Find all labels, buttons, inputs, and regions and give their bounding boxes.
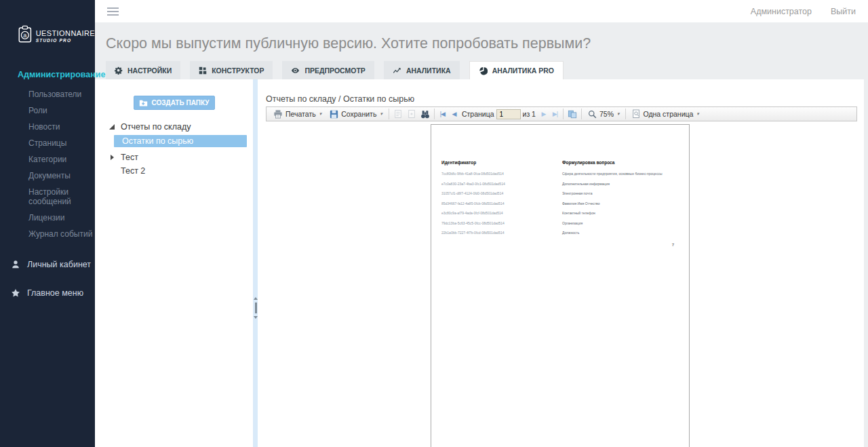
analytics-pro-panel: СОЗДАТЬ ПАПКУ Отчеты по складу Остатки п… — [95, 79, 864, 447]
first-page-button[interactable]: |◀ — [437, 111, 448, 117]
folder-tree: Отчеты по складу Остатки по сырью Тест Т… — [95, 120, 253, 178]
tab-label: АНАЛИТИКА PRO — [492, 66, 554, 75]
tab-preview[interactable]: ПРЕДПРОСМОТР — [282, 61, 374, 79]
cell-question: Сфера деятельности предприятия, основные… — [562, 172, 663, 182]
row-count: 7 — [441, 243, 679, 247]
single-page-icon — [632, 109, 640, 119]
brand-name: UESTIONNAIRE — [36, 29, 95, 37]
sidebar-item-personal-cabinet[interactable]: Личный кабинет — [0, 254, 95, 275]
blocks-icon — [199, 66, 207, 75]
sidebar-section-label: Администрирование — [18, 70, 105, 79]
create-folder-button[interactable]: СОЗДАТЬ ПАПКУ — [134, 96, 215, 110]
column-header-question: Формулировка вопроса — [562, 160, 614, 165]
sidebar-subitem[interactable]: Настройки сообщений — [0, 184, 95, 210]
breadcrumb: Отчеты по складу / Остатки по сырью — [266, 94, 857, 104]
current-user-label[interactable]: Администратор — [751, 7, 812, 16]
floppy-save-icon — [330, 110, 338, 119]
tree-collapsed-icon[interactable] — [108, 155, 115, 160]
splitter-collapse-up-icon[interactable] — [254, 295, 258, 300]
table-row: e7c0a830-23a7-4ba3-0fc1-08d501dad514 Доп… — [441, 182, 679, 192]
tab-settings[interactable]: НАСТРОЙКИ — [106, 61, 180, 79]
magnifier-icon — [588, 110, 597, 119]
tree-node-label: Отчеты по складу — [121, 122, 191, 132]
folder-tree-panel: СОЗДАТЬ ПАПКУ Отчеты по складу Остатки п… — [95, 79, 253, 447]
sidebar-subitem[interactable]: Роли — [0, 102, 95, 119]
find-binoculars-icon[interactable] — [418, 108, 432, 120]
sidebar-item-main-menu[interactable]: Главное меню — [0, 283, 95, 303]
report-table: Идентификатор Формулировка вопроса 7cc80… — [431, 125, 689, 247]
sidebar-subitem[interactable]: Документы — [0, 168, 95, 184]
cell-identifier: 79dc13ba-5c63-45c5-0fcc-08d501dad514 — [441, 221, 562, 231]
cell-identifier: 7cc80b8c-9fbb-41a8-0fca-08d501dad514 — [441, 172, 562, 182]
app-logo: a UESTIONNAIRE STUDIO PRO — [0, 0, 95, 44]
layout-value: Одна страница — [643, 110, 693, 118]
last-page-button[interactable]: ▶| — [549, 111, 561, 117]
table-row: 22b1a0bb-7227-4f7b-0fcd-08d501dad514 Дол… — [441, 231, 679, 241]
print-button[interactable]: Печатать ▾ — [269, 108, 326, 121]
sidebar-item-administration[interactable]: Администрирование — [0, 64, 95, 85]
tree-node-warehouse-reports[interactable]: Отчеты по складу — [95, 120, 253, 134]
announcement-title: Скоро мы выпустим публичную версию. Хоти… — [95, 22, 868, 61]
report-table-body: 7cc80b8c-9fbb-41a8-0fca-08d501dad514 Сфе… — [441, 172, 679, 241]
tab-label: АНАЛИТИКА — [406, 66, 451, 75]
gear-icon — [115, 66, 123, 75]
report-canvas: Идентификатор Формулировка вопроса 7cc80… — [266, 121, 857, 447]
save-button[interactable]: Сохранить ▾ — [326, 108, 387, 121]
svg-text:a: a — [23, 32, 27, 39]
cell-identifier: 85d34667-fa12-4a85-0fcb-08d501dad514 — [441, 201, 562, 212]
zoom-control[interactable]: 75% ▾ — [584, 108, 624, 121]
personal-cabinet-label: Личный кабинет — [27, 260, 91, 269]
tab-analytics-pro[interactable]: АНАЛИТИКА PRO — [469, 61, 564, 79]
next-page-button[interactable]: ▶ — [538, 111, 549, 117]
tab-label: ПРЕДПРОСМОТР — [304, 66, 365, 75]
tab-label: КОНСТРУКТОР — [212, 66, 264, 75]
sidebar-nav: Администрирование Пользователи Роли Ново… — [0, 64, 95, 303]
sidebar-subitem[interactable]: Журнал событий — [0, 226, 95, 242]
save-label: Сохранить — [341, 110, 376, 118]
tree-expanded-icon[interactable] — [108, 124, 115, 130]
page-layout-control[interactable]: Одна страница ▾ — [628, 108, 703, 121]
topbar: Администратор Выйти — [95, 0, 868, 22]
tree-node-raw-materials-selected[interactable]: Остатки по сырью — [114, 135, 247, 147]
tree-node-test[interactable]: Тест — [95, 151, 253, 164]
splitter-handle[interactable] — [254, 295, 258, 321]
clipboard-logo-icon: a — [18, 24, 33, 44]
splitter-collapse-down-icon[interactable] — [254, 316, 258, 321]
create-folder-label: СОЗДАТЬ ПАПКУ — [152, 99, 210, 106]
eye-icon — [291, 66, 300, 75]
tab-label: НАСТРОЙКИ — [127, 66, 172, 75]
tree-node-test-2[interactable]: Тест 2 — [95, 164, 253, 178]
report-page: Идентификатор Формулировка вопроса 7cc80… — [431, 124, 690, 447]
tab-analytics[interactable]: АНАЛИТИКА — [384, 61, 460, 79]
cell-question: Контактный телефон — [562, 211, 595, 221]
hamburger-menu-icon[interactable] — [107, 7, 119, 16]
cell-question: Должность — [562, 231, 579, 241]
sidebar-subitem[interactable]: Лицензии — [0, 210, 95, 226]
dropdown-caret-icon: ▾ — [617, 111, 620, 117]
thumbnails-toggle-icon[interactable] — [566, 108, 579, 120]
sidebar-subitem[interactable]: Страницы — [0, 135, 95, 151]
print-label: Печатать — [285, 110, 316, 118]
previous-page-button[interactable]: ◀ — [448, 111, 460, 117]
report-table-header: Идентификатор Формулировка вопроса — [441, 160, 679, 165]
panel-splitter[interactable] — [253, 79, 258, 447]
tab-constructor[interactable]: КОНСТРУКТОР — [190, 61, 273, 79]
zoom-value: 75% — [599, 110, 614, 118]
column-header-identifier: Идентификатор — [441, 160, 562, 165]
page-number-input[interactable] — [496, 109, 521, 119]
sidebar-subitem[interactable]: Категории — [0, 151, 95, 168]
sidebar: a UESTIONNAIRE STUDIO PRO Администрирова… — [0, 0, 95, 447]
splitter-grip[interactable] — [255, 303, 257, 313]
tree-node-label: Тест — [121, 153, 138, 162]
cell-question: Дополнительная информация — [562, 182, 610, 192]
table-row: 85d34667-fa12-4a85-0fcb-08d501dad514 Фам… — [441, 201, 679, 212]
report-viewer: Отчеты по складу / Остатки по сырью Печа… — [258, 79, 864, 447]
cell-question: Электронная почта — [562, 191, 593, 201]
logout-link[interactable]: Выйти — [831, 7, 856, 16]
star-icon — [11, 288, 20, 298]
person-icon — [11, 260, 20, 269]
sidebar-subitem[interactable]: Пользователи — [0, 86, 95, 102]
dropdown-caret-icon: ▾ — [696, 111, 699, 117]
sidebar-subitem[interactable]: Новости — [0, 119, 95, 135]
export-document-icon — [391, 108, 405, 120]
